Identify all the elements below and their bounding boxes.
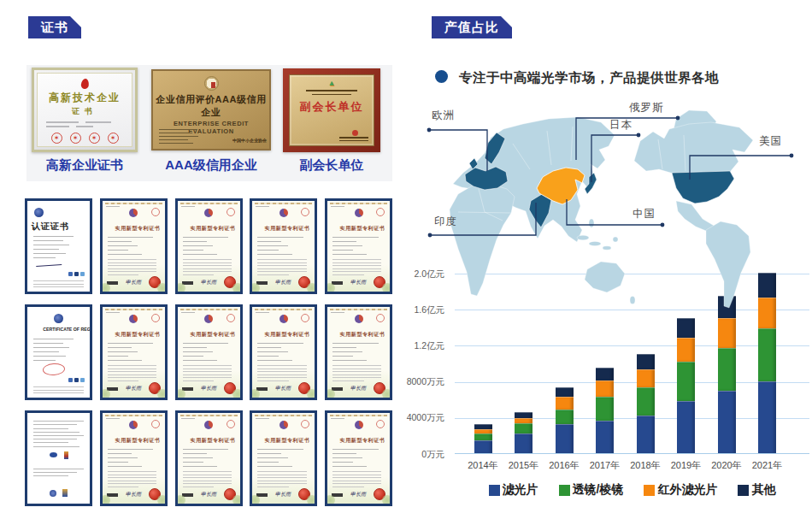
cert-thumb-patent[interactable]: 实用新型专利证书 申长雨 — [325, 410, 392, 506]
patent-office-logo-icon — [279, 315, 288, 323]
patent-title: 实用新型专利证书 — [265, 225, 303, 232]
patent-footer: 申长雨 — [256, 276, 310, 288]
legend-swatch-icon — [489, 485, 500, 496]
x-tick-label: 2021年 — [747, 459, 788, 472]
legend-swatch-icon — [738, 485, 749, 496]
cert-thumb-document[interactable] — [25, 410, 92, 506]
patent-fields — [178, 343, 240, 361]
bar-segment — [515, 423, 533, 433]
cert-thumb-patent[interactable]: 实用新型专利证书 申长雨 — [250, 410, 317, 506]
seal-icon — [352, 130, 358, 136]
cert-thumb-patent[interactable]: 实用新型专利证书 申长雨 — [175, 198, 243, 294]
leaf-deco-icon — [157, 283, 168, 293]
patent-title: 实用新型专利证书 — [190, 437, 227, 444]
patent-office-logo-icon — [129, 421, 138, 429]
cert-vice-president[interactable]: ▲ 副会长单位 — [283, 68, 380, 152]
cert-hightech-inner: 高新技术企业 证书 ✶✶✶✶ — [37, 73, 132, 147]
cert-thumb-patent[interactable]: 实用新型专利证书 申长雨 — [100, 198, 168, 294]
leaf-deco-icon — [100, 389, 110, 399]
patent-paragraph — [327, 471, 390, 487]
cas-cn-title: 认证证书 — [27, 221, 90, 233]
patent-title: 实用新型专利证书 — [340, 225, 378, 232]
cert-thumb-patent[interactable]: 实用新型专利证书 申长雨 — [325, 304, 392, 400]
bar-segment — [556, 424, 574, 453]
x-tick-label: 2015年 — [503, 459, 544, 472]
x-tick-label: 2016年 — [544, 459, 585, 472]
leaf-deco-icon — [157, 495, 168, 505]
bullet-icon — [435, 70, 448, 83]
bar-segment — [515, 433, 533, 453]
map-label-europe: 欧洲 — [432, 109, 455, 123]
stacked-bar — [474, 424, 492, 453]
legend-label: 红外滤光片 — [657, 482, 717, 498]
cert-thumb-patent[interactable]: 实用新型专利证书 申长雨 — [250, 198, 317, 294]
leaf-deco-icon — [307, 495, 317, 505]
cert-thumb-patent[interactable]: 实用新型专利证书 申长雨 — [250, 304, 317, 400]
column-logo-icon — [64, 451, 68, 459]
triangle-logo-icon: ▲ — [290, 79, 374, 87]
cert-thumb-patent[interactable]: 实用新型专利证书 申长雨 — [175, 304, 243, 400]
cert-hightech-enterprise[interactable]: 高新技术企业 证书 ✶✶✶✶ — [32, 68, 138, 152]
bar-segment — [718, 391, 736, 453]
cert-vp-inner: ▲ 副会长单位 — [289, 74, 374, 146]
legend-item: 透镜/棱镜 — [559, 482, 624, 498]
round-stamp-icon — [227, 314, 235, 322]
patent-office-logo-icon — [279, 421, 288, 429]
bar-segment — [637, 354, 655, 369]
patent-footer: 申长雨 — [107, 382, 161, 394]
deco-border — [180, 309, 238, 310]
cert-thumb-cas-cn[interactable]: 认证证书 — [25, 198, 92, 294]
legend-label: 透镜/棱镜 — [573, 482, 624, 498]
cert-thumb-patent[interactable]: 实用新型专利证书 申长雨 — [175, 410, 243, 506]
patent-footer: 申长雨 — [107, 488, 161, 500]
bar-segment — [677, 401, 695, 453]
deco-line — [106, 312, 120, 313]
patent-fields — [103, 449, 165, 467]
patent-fields — [327, 449, 390, 467]
bar-segment — [758, 381, 776, 453]
legend-item: 红外滤光片 — [644, 482, 717, 498]
legend-swatch-icon — [644, 485, 655, 496]
map-label-china: 中国 — [633, 207, 656, 221]
cert-aaa-credit[interactable]: 企业信用评价AAA级信用企业 ENTERPRISE CREDIT EVALUAT… — [151, 69, 271, 150]
patent-footer: 申长雨 — [182, 488, 236, 500]
chart-y-axis: 2.0亿元1.6亿元1.2亿元8000万元4000万元0万元 — [391, 274, 450, 454]
bar-segment — [758, 328, 776, 380]
patent-paragraph — [327, 365, 390, 381]
legend-item: 其他 — [738, 482, 775, 498]
cert-vp-title: 副会长单位 — [290, 99, 374, 115]
cert-aaa-fields — [159, 127, 198, 144]
deco-line — [256, 206, 269, 207]
patent-title: 实用新型专利证书 — [115, 437, 152, 444]
patent-fields — [252, 449, 315, 467]
signature: 申长雨 — [350, 279, 367, 286]
round-stamp-icon — [151, 420, 160, 428]
leaf-deco-icon — [232, 283, 243, 293]
cas-logo-icon — [54, 314, 63, 323]
patent-paragraph — [103, 365, 165, 381]
deco-line — [106, 206, 120, 207]
cas-logo-icon — [34, 208, 44, 217]
patent-office-logo-icon — [204, 209, 213, 217]
cert-thumb-patent[interactable]: 实用新型专利证书 申长雨 — [100, 304, 168, 400]
gridline — [455, 345, 809, 346]
cert-thumb-patent[interactable]: 实用新型专利证书 申长雨 — [325, 198, 392, 294]
cert-footnote — [33, 279, 84, 288]
caption-vp: 副会长单位 — [283, 157, 380, 174]
patent-footer: 申长雨 — [256, 488, 310, 500]
patent-footer: 申长雨 — [182, 276, 236, 288]
patent-office-logo-icon — [204, 421, 213, 429]
patent-title: 实用新型专利证书 — [190, 225, 227, 232]
cert-thumb-patent[interactable]: 实用新型专利证书 申长雨 — [100, 410, 168, 506]
stacked-bar — [596, 368, 614, 453]
patent-fields — [252, 237, 315, 255]
association-name: 中国中小企业协会 — [232, 138, 267, 144]
signature: 申长雨 — [125, 491, 141, 498]
bar-segment — [515, 412, 533, 418]
round-stamp-icon — [301, 208, 309, 216]
signature: 申长雨 — [125, 279, 141, 286]
cert-thumb-cas-en[interactable]: CERTIFICATE OF REGISTRATION — [25, 304, 92, 400]
leaf-deco-icon — [307, 389, 317, 399]
round-stamp-icon — [376, 208, 385, 216]
deco-line — [256, 418, 269, 419]
